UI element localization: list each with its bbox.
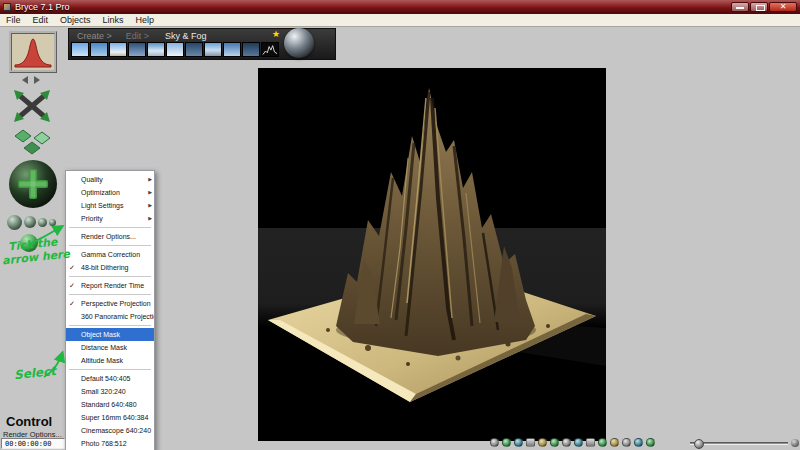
- sky-preset-thumbnail[interactable]: [109, 42, 127, 57]
- cross-arrows-icon: [12, 88, 52, 124]
- gem-icons: [11, 127, 55, 157]
- menu-item-report-render-time[interactable]: ✓ Report Render Time: [66, 279, 154, 292]
- menu-item-object-mask[interactable]: Object Mask: [66, 328, 154, 341]
- menu-item-distance-mask[interactable]: Distance Mask: [66, 341, 154, 354]
- menubar: File Edit Objects Links Help: [0, 14, 800, 27]
- menu-item-light-settings[interactable]: Light Settings ▶: [66, 199, 154, 212]
- menu-help[interactable]: Help: [130, 15, 161, 25]
- next-arrow-icon[interactable]: [34, 76, 40, 84]
- render-timecode: 00:00:00:00: [1, 438, 65, 449]
- menu-item-super-16mm-640-384[interactable]: Super 16mm 640:384: [66, 411, 154, 424]
- tab-create[interactable]: Create >: [77, 31, 112, 41]
- bottom-toolbar-icon[interactable]: [586, 438, 595, 447]
- menu-item-small-320-240[interactable]: Small 320:240: [66, 385, 154, 398]
- bottom-toolbar-icon[interactable]: [550, 438, 559, 447]
- histogram-curve: [12, 34, 54, 70]
- check-icon: ✓: [69, 261, 75, 274]
- menu-item-optimization[interactable]: Optimization ▶: [66, 186, 154, 199]
- app-icon: [3, 3, 11, 11]
- bottom-toolbar-icon[interactable]: [574, 438, 583, 447]
- sphere-icon[interactable]: [24, 216, 36, 228]
- titlebar[interactable]: Bryce 7.1 Pro ✕: [0, 0, 800, 14]
- menu-item-standard-640-480[interactable]: Standard 640:480: [66, 398, 154, 411]
- bottom-toolbar-icon[interactable]: [562, 438, 571, 447]
- sky-preset-thumbnail[interactable]: [147, 42, 165, 57]
- camera-cross-control[interactable]: [12, 88, 52, 124]
- sky-preset-thumbnail[interactable]: [242, 42, 260, 57]
- sphere-icon[interactable]: [7, 215, 22, 230]
- sky-preset-thumbnail[interactable]: [223, 42, 241, 57]
- bottom-toolbar-icon[interactable]: [514, 438, 523, 447]
- zoom-slider[interactable]: [690, 442, 788, 445]
- bottom-toolbar-icon[interactable]: [610, 438, 619, 447]
- sky-preset-thumbnail[interactable]: [90, 42, 108, 57]
- menu-objects[interactable]: Objects: [54, 15, 97, 25]
- menu-item-quality[interactable]: Quality ▶: [66, 173, 154, 186]
- bottom-toolbar-icon[interactable]: [646, 438, 655, 447]
- menu-separator: [69, 369, 151, 370]
- trackball-sphere: [8, 159, 58, 209]
- menu-item-gamma-correction[interactable]: Gamma Correction: [66, 248, 154, 261]
- menu-item-render-options[interactable]: Render Options...: [66, 230, 154, 243]
- rendered-mountain-scene: [258, 68, 606, 441]
- render-options-context-menu: Quality ▶ Optimization ▶ Light Settings …: [65, 170, 155, 450]
- corner-knob[interactable]: [791, 439, 799, 447]
- sphere-icon[interactable]: [49, 219, 56, 226]
- spectrum-thumbnail[interactable]: [261, 42, 279, 57]
- bottom-toolbar-icon[interactable]: [598, 438, 607, 447]
- sphere-icon[interactable]: [38, 218, 47, 227]
- check-icon: ✓: [69, 297, 75, 310]
- control-panel-label: Control: [6, 414, 52, 429]
- bottom-toolbar-icon[interactable]: [634, 438, 643, 447]
- sky-preset-thumbnail[interactable]: [204, 42, 222, 57]
- prev-arrow-icon[interactable]: [22, 76, 28, 84]
- sky-preset-thumbnail[interactable]: [128, 42, 146, 57]
- submenu-arrow-icon: ▶: [148, 173, 152, 186]
- menu-item-priority[interactable]: Priority ▶: [66, 212, 154, 225]
- window-title: Bryce 7.1 Pro: [15, 2, 70, 12]
- menu-item-altitude-mask[interactable]: Altitude Mask: [66, 354, 154, 367]
- gem-cluster-control[interactable]: [11, 127, 55, 157]
- close-button[interactable]: ✕: [769, 2, 797, 12]
- bottom-toolbar-icon[interactable]: [502, 438, 511, 447]
- menu-item-photo-768-512[interactable]: Photo 768:512: [66, 437, 154, 450]
- bottom-toolbar-icon[interactable]: [526, 438, 535, 447]
- menu-separator: [69, 227, 151, 228]
- tab-sky-fog[interactable]: Sky & Fog: [165, 31, 207, 41]
- check-icon: ✓: [69, 279, 75, 292]
- preview-nav-arrows[interactable]: [22, 76, 44, 84]
- menu-file[interactable]: File: [0, 15, 27, 25]
- menu-separator: [69, 325, 151, 326]
- minimize-button[interactable]: [731, 2, 749, 12]
- sky-preset-thumbnail[interactable]: [166, 42, 184, 57]
- slider-knob[interactable]: [694, 439, 704, 449]
- bottom-toolbar-icon[interactable]: [538, 438, 547, 447]
- spectrum-curve: [262, 43, 278, 56]
- menu-item-perspective-projection[interactable]: ✓ Perspective Projection: [66, 297, 154, 310]
- menu-edit[interactable]: Edit: [27, 15, 55, 25]
- menu-separator: [69, 294, 151, 295]
- window-controls: ✕: [731, 2, 797, 12]
- sky-preset-thumbnail[interactable]: [71, 42, 89, 57]
- menu-separator: [69, 245, 151, 246]
- sky-fog-sphere-control[interactable]: [284, 28, 314, 58]
- submenu-arrow-icon: ▶: [148, 199, 152, 212]
- star-icon: ★: [272, 29, 280, 39]
- menu-links[interactable]: Links: [97, 15, 130, 25]
- submenu-arrow-icon: ▶: [148, 186, 152, 199]
- menu-item-360-panoramic-projection[interactable]: 360 Panoramic Projection: [66, 310, 154, 323]
- trackball-control[interactable]: [8, 159, 58, 209]
- maximize-button[interactable]: [750, 2, 768, 12]
- bottom-toolbar-icon[interactable]: [622, 438, 631, 447]
- menu-item-cinemascope-640-240[interactable]: Cinemascope 640:240: [66, 424, 154, 437]
- tab-edit[interactable]: Edit >: [126, 31, 149, 41]
- render-preview[interactable]: [9, 31, 57, 73]
- sky-preset-thumbnail[interactable]: [185, 42, 203, 57]
- menu-item-default-540-405[interactable]: Default 540:405: [66, 372, 154, 385]
- bottom-toolbar: [490, 437, 655, 448]
- preview-sphere-row[interactable]: [7, 213, 61, 231]
- bottom-toolbar-icon[interactable]: [490, 438, 499, 447]
- menu-item-48bit-dithering[interactable]: ✓ 48-bit Dithering: [66, 261, 154, 274]
- submenu-arrow-icon: ▶: [148, 212, 152, 225]
- render-canvas[interactable]: [258, 68, 606, 441]
